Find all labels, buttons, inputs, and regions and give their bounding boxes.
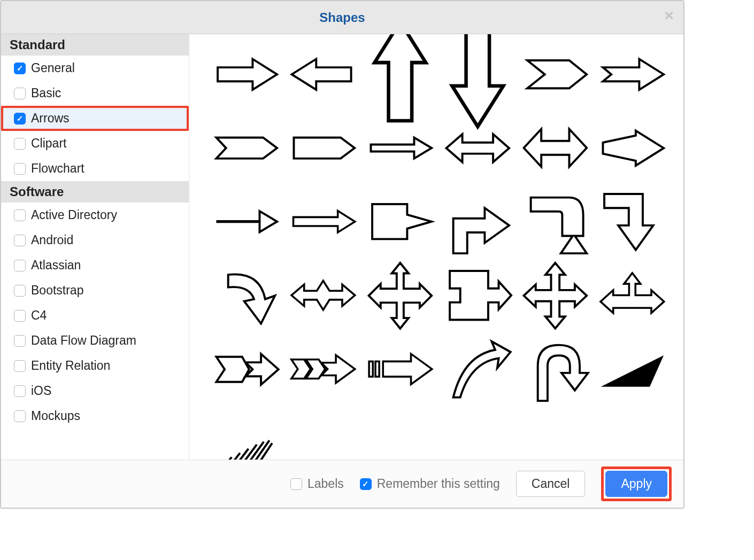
- labels-checkbox-label: Labels: [307, 477, 344, 491]
- checkbox-icon: [14, 385, 26, 397]
- library-item-label: General: [31, 61, 75, 75]
- library-item-flowchart[interactable]: Flowchart: [1, 156, 189, 181]
- library-item-atlassian[interactable]: Atlassian: [1, 253, 189, 278]
- svg-marker-20: [450, 271, 511, 320]
- svg-marker-11: [603, 130, 664, 165]
- svg-marker-14: [293, 211, 355, 232]
- arrow-pentagon-right[interactable]: [288, 119, 358, 177]
- svg-marker-30: [383, 354, 432, 384]
- svg-marker-1: [291, 59, 351, 89]
- arrow-thin-right[interactable]: [365, 119, 435, 177]
- svg-marker-13: [259, 211, 277, 232]
- arrow-thinline-right[interactable]: [211, 192, 281, 251]
- svg-marker-22: [601, 273, 664, 313]
- library-item-android[interactable]: Android: [1, 228, 189, 253]
- arrow-chevron-right[interactable]: [520, 45, 590, 104]
- library-item-label: Android: [31, 233, 73, 247]
- labels-checkbox[interactable]: Labels: [290, 477, 344, 491]
- library-item-label: Clipart: [31, 136, 66, 151]
- arrow-tri-up-horiz[interactable]: [597, 266, 667, 325]
- arrow-notch-tail[interactable]: [211, 340, 281, 399]
- shape-preview-pane[interactable]: [189, 34, 683, 460]
- library-item-general[interactable]: General: [1, 56, 189, 81]
- arrow-curved-down[interactable]: [211, 266, 281, 325]
- svg-marker-24: [245, 354, 278, 384]
- checkbox-icon: [14, 88, 26, 99]
- svg-marker-16: [453, 208, 510, 253]
- cancel-button[interactable]: Cancel: [516, 471, 586, 497]
- arrow-sharp-right[interactable]: [597, 119, 667, 177]
- remember-checkbox[interactable]: Remember this setting: [360, 477, 500, 491]
- library-item-active-directory[interactable]: Active Directory: [1, 203, 189, 228]
- arrow-left-block[interactable]: [288, 45, 358, 104]
- library-item-entity-relation[interactable]: Entity Relation: [1, 353, 189, 378]
- arrow-corner-down[interactable]: [597, 192, 667, 251]
- library-item-clipart[interactable]: Clipart: [1, 131, 189, 156]
- arrow-square-point[interactable]: [365, 192, 435, 251]
- svg-marker-7: [294, 137, 355, 158]
- library-item-label: Atlassian: [31, 258, 81, 273]
- svg-marker-23: [216, 356, 249, 382]
- library-item-bootstrap[interactable]: Bootstrap: [1, 278, 189, 303]
- library-item-ios[interactable]: iOS: [1, 378, 189, 403]
- arrow-puzzle-right[interactable]: [443, 266, 513, 325]
- arrow-double-horiz-short[interactable]: [443, 119, 513, 177]
- arrow-long-open-right[interactable]: [288, 192, 358, 251]
- library-item-label: Active Directory: [31, 208, 117, 222]
- arrow-solid-triangle[interactable]: [597, 340, 667, 399]
- svg-rect-28: [369, 362, 373, 377]
- arrow-cross[interactable]: [520, 266, 590, 325]
- checkbox-icon: [14, 410, 26, 422]
- arrow-bent-right-down[interactable]: [520, 192, 590, 251]
- apply-button[interactable]: Apply: [605, 471, 667, 497]
- arrow-quad[interactable]: [365, 266, 435, 325]
- svg-marker-8: [371, 137, 432, 158]
- library-item-label: Bootstrap: [31, 283, 83, 298]
- close-icon[interactable]: ×: [664, 7, 674, 24]
- library-item-label: Data Flow Diagram: [31, 333, 136, 348]
- library-item-data-flow-diagram[interactable]: Data Flow Diagram: [1, 328, 189, 353]
- checkbox-icon: [14, 63, 26, 74]
- shape-grid: [211, 45, 667, 460]
- arrow-down-block[interactable]: [443, 45, 513, 104]
- checkbox-icon: [360, 478, 372, 490]
- svg-marker-2: [375, 34, 426, 121]
- checkbox-icon: [14, 260, 26, 271]
- library-item-arrows[interactable]: Arrows: [1, 106, 189, 131]
- svg-marker-19: [369, 263, 432, 329]
- arrow-diamond-horiz[interactable]: [288, 266, 358, 325]
- library-item-label: Arrows: [31, 111, 70, 126]
- svg-marker-3: [452, 34, 503, 127]
- checkbox-icon: [14, 235, 26, 246]
- arrow-notched-right[interactable]: [597, 45, 667, 104]
- library-item-mockups[interactable]: Mockups: [1, 403, 189, 429]
- shape-library-sidebar[interactable]: StandardGeneralBasicArrowsClipartFlowcha…: [1, 34, 189, 460]
- svg-marker-18: [291, 281, 355, 310]
- arrow-swoosh-right[interactable]: [443, 340, 513, 399]
- dialog-body: StandardGeneralBasicArrowsClipartFlowcha…: [1, 34, 683, 460]
- svg-marker-0: [218, 59, 277, 89]
- library-item-label: Mockups: [31, 409, 80, 423]
- arrow-u-turn-up[interactable]: [520, 340, 590, 399]
- arrow-bent-up-right[interactable]: [443, 192, 513, 251]
- svg-marker-21: [524, 263, 587, 329]
- library-item-c4[interactable]: C4: [1, 303, 189, 328]
- library-item-label: Flowchart: [31, 161, 84, 176]
- checkbox-icon: [14, 163, 26, 175]
- svg-marker-31: [601, 355, 664, 387]
- arrow-up-block[interactable]: [365, 45, 435, 104]
- arrow-double-horiz-tall[interactable]: [520, 119, 590, 177]
- arrow-hex-right[interactable]: [211, 119, 281, 177]
- arrow-right-block[interactable]: [211, 45, 281, 104]
- arrow-feather-right[interactable]: [288, 340, 358, 399]
- apply-button-highlight: Apply: [601, 466, 672, 501]
- library-item-label: Basic: [31, 86, 61, 100]
- arrow-slashes[interactable]: [211, 414, 281, 460]
- svg-marker-10: [524, 129, 587, 167]
- remember-checkbox-label: Remember this setting: [377, 477, 500, 491]
- dialog-titlebar: Shapes ×: [1, 1, 683, 34]
- svg-marker-5: [603, 59, 664, 89]
- arrow-striped-right[interactable]: [365, 340, 435, 399]
- library-item-label: Entity Relation: [31, 359, 110, 373]
- library-item-basic[interactable]: Basic: [1, 81, 189, 106]
